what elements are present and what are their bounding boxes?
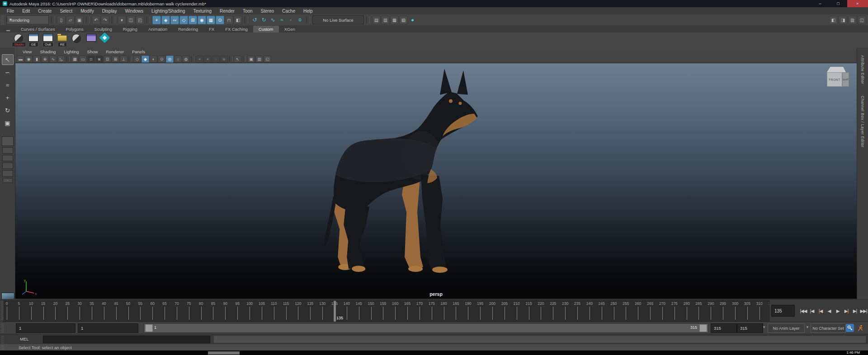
new-scene-icon[interactable]: ▯ [57,16,66,24]
snap-center-icon[interactable]: ◉ [198,16,206,24]
snap-point-icon[interactable]: ∾ [170,16,179,24]
field-chart-icon[interactable]: ⊡ [104,56,111,63]
step-back-key-button[interactable]: |◀ [817,306,824,315]
open-render-view-icon[interactable]: ▤ [372,16,381,24]
go-to-start-button[interactable]: |◀◀ [800,306,807,315]
shelf-tab-rigging[interactable]: Rigging [118,26,143,33]
shelf-tab-rendering[interactable]: Rendering [173,26,203,33]
point-history-icon[interactable]: ◦ [287,16,295,24]
shelf-tab-animation[interactable]: Animation [143,26,173,33]
sidebar-channel-box-icon[interactable]: ▥ [848,16,857,24]
shelf-item-maya[interactable] [100,33,111,47]
auto-keyframe-toggle[interactable] [846,324,854,332]
object-mode-icon[interactable]: ◰ [136,16,144,24]
shadows-icon[interactable]: ◎ [166,56,174,63]
image-plane-icon[interactable]: ⊕ [41,56,49,63]
panel-menu-view[interactable]: View [19,49,36,54]
menu-lighting-shading[interactable]: Lighting/Shading [147,9,189,14]
curve-history-icon[interactable]: ∿ [269,16,277,24]
undo-icon[interactable]: ↶ [92,16,100,24]
animation-preferences-button[interactable] [856,324,864,332]
two-pane-layout-icon[interactable]: ▥ [255,56,263,63]
shelf-tab-custom[interactable]: Custom [253,26,279,33]
menu-texturing[interactable]: Texturing [189,9,216,14]
wireframe-icon[interactable]: ◇ [133,56,141,63]
shelf-item-outl[interactable]: Outl [42,33,53,47]
shelf-tab-polygons[interactable]: Polygons [61,26,89,33]
workspace-icon[interactable]: ◫ [858,16,866,24]
gate-mask-icon[interactable]: ◙ [95,56,103,63]
film-gate-icon[interactable]: ▭ [79,56,87,63]
sidebar-tab-attribute-editor[interactable]: Attribute Editor [860,55,865,84]
go-to-end-button[interactable]: ▶▶| [860,306,867,315]
lasso-select-tool[interactable]: ∽ [2,67,14,78]
paint-select-tool[interactable]: ≈ [2,79,14,90]
range-grip[interactable] [1,323,4,332]
bookmark-icon[interactable]: ▮ [33,56,41,63]
perspective-viewport[interactable]: FRONT RIGHT y x persp [15,63,857,299]
construction-history-icon[interactable]: ↺ [250,16,259,24]
shelf-tab-fx[interactable]: FX [203,26,220,33]
command-line-input[interactable] [43,336,210,343]
command-line-grip[interactable] [1,336,4,343]
menu-stereo[interactable]: Stereo [257,9,278,14]
menu-help[interactable]: Help [299,9,317,14]
construction-history-off-icon[interactable]: ↻ [259,16,268,24]
doberman-model[interactable] [15,63,857,299]
panel-menu-show[interactable]: Show [83,49,102,54]
resolution-gate-icon[interactable]: ◘ [87,56,95,63]
sidebar-tool-settings-icon[interactable]: ◨ [839,16,847,24]
move-tool[interactable]: + [2,92,14,103]
redo-icon[interactable]: ↷ [101,16,109,24]
texture-history-icon[interactable]: ¤ [296,16,304,24]
layout-shortcut-button[interactable] [2,163,13,169]
view-cube-top-face[interactable] [827,67,846,72]
safe-action-icon[interactable]: ⊞ [112,56,119,63]
viewport-renderer-icon[interactable]: ◙ [220,56,228,63]
live-surface-field[interactable]: No Live Surface [312,15,364,24]
menu-windows[interactable]: Windows [121,9,147,14]
view-cube[interactable]: FRONT RIGHT [825,67,852,91]
lock-icon[interactable]: ⊓ [225,16,233,24]
range-end-handle[interactable] [699,324,707,332]
shaded-mode-icon[interactable]: ◆ [142,56,149,63]
layout-shortcut-button[interactable] [2,155,13,161]
current-frame-marker[interactable] [334,301,336,322]
select-camera-icon[interactable]: ▬ [17,56,24,63]
grease-pencil-icon[interactable]: ◺ [57,56,65,63]
menu-toon[interactable]: Toon [239,9,257,14]
step-back-frame-button[interactable]: |◀ [808,306,816,315]
character-set-caret-icon[interactable]: ▼ [806,325,809,329]
animation-end-field[interactable]: 315 [711,323,737,333]
taskbar-app-button[interactable] [208,351,240,355]
snap-curve-icon[interactable]: ◈ [161,16,170,24]
anim-layer-selector[interactable]: No Anim Layer [768,323,805,333]
step-forward-key-button[interactable]: ▶| [843,306,850,315]
hierarchy-mode-icon[interactable]: ◫ [127,16,135,24]
shelf-tab-xgen[interactable]: XGen [279,26,301,33]
menu-create[interactable]: Create [34,9,56,14]
camera-attributes-icon[interactable]: ◉ [25,56,33,63]
shelf-tab-curves-surfaces[interactable]: Curves / Surfaces [15,26,61,33]
sidebar-tab-channel-box-layer-editor[interactable]: Channel Box / Layer Editor [860,96,865,148]
shelf-tab-sculpting[interactable]: Sculpting [89,26,118,33]
panel-menu-panels[interactable]: Panels [128,49,149,54]
shelf-item-python-script[interactable] [71,33,82,47]
menu-edit[interactable]: Edit [18,9,34,14]
highlight-selection-icon[interactable]: ◧ [234,16,242,24]
snap-release-icon[interactable]: ⊙ [216,16,224,24]
open-scene-icon[interactable]: ▱ [66,16,75,24]
character-set-selector[interactable]: No Character Set [811,323,846,333]
shelf-item-studio[interactable]: Studio [14,33,24,47]
shelf-menu-icon[interactable]: ▬ [5,27,12,33]
play-backwards-button[interactable]: ◀ [826,306,833,315]
depth-peeling-icon[interactable]: ● [204,56,212,63]
shelf-item-ge[interactable]: GE [28,33,39,47]
current-frame-field[interactable]: 135 [771,305,795,317]
menu-render[interactable]: Render [216,9,239,14]
make-live-icon[interactable]: ▦ [207,16,215,24]
playback-start-field[interactable]: 1 [16,323,75,333]
panel-menu-shading[interactable]: Shading [36,49,60,54]
2d-pan-zoom-icon[interactable]: ∿ [49,56,57,63]
playback-end-field[interactable]: 315 [737,323,763,333]
